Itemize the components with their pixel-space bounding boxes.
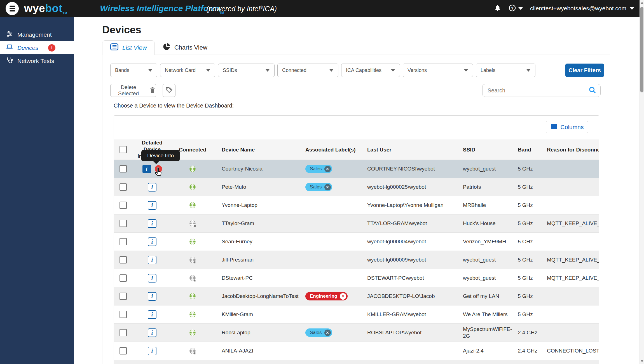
label-tag-button[interactable] (163, 84, 175, 97)
globe-connected-icon (189, 165, 196, 173)
row-checkbox[interactable] (120, 165, 127, 172)
tab-charts-view[interactable]: Charts View (155, 40, 215, 55)
label-pill[interactable]: Sales✕ (305, 183, 332, 191)
device-name[interactable]: Jill-Pressman (213, 257, 304, 263)
x-circle-icon[interactable]: ✕ (340, 293, 346, 300)
search-input[interactable] (488, 87, 588, 94)
device-name[interactable]: KMiller-Gram (213, 311, 304, 318)
sidebar-item-devices[interactable]: Devices 1 (0, 41, 74, 54)
device-info-button[interactable]: i (148, 256, 156, 264)
table-row[interactable]: iDStewart-PCDSTEWART-PC\wyebotwyebot_gue… (114, 269, 599, 287)
device-info-button[interactable]: i (148, 219, 156, 228)
table-row[interactable]: iJill-Pressmanwyebot-lg000009\wyebotwyeb… (114, 251, 599, 269)
device-name[interactable]: Courtney-Nicosia (213, 166, 304, 172)
filter-ssids[interactable]: SSIDs (218, 64, 275, 77)
scrollbar-thumb[interactable] (640, 7, 643, 92)
page-title: Devices (102, 24, 141, 36)
filter-network-card[interactable]: Network Card (160, 64, 215, 77)
label-pill[interactable]: Sales✕ (305, 165, 332, 173)
tab-label: Charts View (174, 44, 207, 51)
device-name[interactable]: JacobDesktop-LongNameToTest (213, 293, 304, 299)
table-row[interactable]: iANILA-AJAZIAjazi-2.42.4 GHzCONNECTION_L… (114, 342, 599, 360)
scroll-down-arrow[interactable] (641, 360, 643, 362)
select-all-checkbox[interactable] (120, 146, 127, 153)
bell-icon[interactable] (494, 4, 501, 13)
ssid: wyebot_guest (461, 256, 516, 263)
row-checkbox[interactable] (120, 238, 127, 245)
row-checkbox[interactable] (120, 329, 127, 336)
delete-selected-button[interactable]: Delete Selected (110, 84, 156, 97)
last-user: wyebot-lg000004\wyebot (366, 239, 461, 245)
column-header[interactable]: SSID (461, 147, 516, 153)
row-checkbox[interactable] (120, 347, 127, 354)
device-table-card: Columns Detailed Device InformationConne… (114, 115, 599, 364)
row-checkbox[interactable] (120, 293, 127, 300)
column-header[interactable]: Reason for Disconnect (546, 147, 599, 153)
trash-icon (149, 87, 156, 95)
table-row[interactable]: iSean-Furneywyebot-lg000004\wyebotVerizo… (114, 233, 599, 251)
row-checkbox[interactable] (120, 202, 127, 209)
device-name[interactable]: TTaylor-Gram (213, 220, 304, 227)
menu-icon[interactable] (6, 2, 19, 15)
table-row[interactable]: iSales✕ (114, 360, 599, 364)
table-row[interactable]: iPete-MutoSales✕wyebot-lg000025\wyebotPa… (114, 178, 599, 196)
device-name[interactable]: DStewart-PC (213, 275, 304, 281)
help-icon: ? (509, 4, 516, 13)
label-pill[interactable]: Engineering✕ (305, 292, 348, 300)
search-icon[interactable] (588, 86, 596, 95)
filter-connected[interactable]: Connected (277, 64, 338, 77)
vertical-scrollbar[interactable] (640, 0, 644, 364)
row-checkbox[interactable] (120, 274, 127, 282)
table-row[interactable]: iKMiller-GramKMILLER-GRAM\wyebotWe Are T… (114, 305, 599, 324)
user-account-menu[interactable]: clienttest+wyebotsales@wyebot.com (530, 5, 634, 12)
search-box (482, 84, 601, 97)
filter-labels[interactable]: Labels (476, 64, 535, 77)
table-row[interactable]: iJacobDesktop-LongNameToTestEngineering✕… (114, 287, 599, 305)
column-header[interactable]: Associated Label(s) (304, 147, 366, 153)
column-header[interactable]: Band (516, 147, 546, 153)
device-info-button[interactable]: i (148, 274, 156, 283)
device-name[interactable]: Sean-Furney (213, 239, 304, 245)
devices-count-badge: 1 (48, 44, 55, 52)
table-row[interactable]: iYvonne-LaptopYvonne-Laptop\Yvonne Mulli… (114, 196, 599, 214)
table-row[interactable]: i2Courtney-NicosiaSales✕COURTNEY-NICOSI\… (114, 160, 599, 178)
globe-connected-icon (189, 183, 196, 191)
filter-bands[interactable]: Bands (110, 64, 157, 77)
x-circle-icon[interactable]: ✕ (324, 330, 331, 336)
column-header[interactable]: Last User (366, 147, 461, 153)
filter-ica-capabilities[interactable]: ICA Capabilities (341, 64, 400, 77)
filter-versions[interactable]: Versions (403, 64, 473, 77)
device-info-button[interactable]: i (148, 310, 156, 319)
x-circle-icon[interactable]: ✕ (324, 166, 331, 172)
column-header[interactable]: Device Name (213, 147, 304, 153)
reason-for-disconnect: MQTT_KEEP_ALIVE_TIM (546, 275, 599, 281)
help-menu[interactable]: ? (509, 4, 523, 13)
tab-list-view[interactable]: List View (102, 40, 155, 55)
globe-disconnected-icon (189, 274, 196, 282)
device-name[interactable]: RobsLaptop (213, 330, 304, 336)
device-info-button[interactable]: i (148, 328, 156, 337)
row-checkbox[interactable] (120, 256, 127, 263)
sidebar-item-label: Devices (17, 45, 38, 51)
table-row[interactable]: iRobsLaptopSales✕ROBSLAPTOP\wyebotMySpec… (114, 324, 599, 342)
device-info-button[interactable]: i (148, 183, 156, 192)
label-pill[interactable]: Sales✕ (305, 328, 332, 337)
sidebar-item-network-tests[interactable]: Network Tests (0, 54, 74, 67)
device-name[interactable]: ANILA-AJAZI (213, 348, 304, 354)
table-row[interactable]: iTTaylor-GramTTAYLOR-GRAM\wyebotHuck's H… (114, 214, 599, 233)
scroll-up-arrow[interactable] (641, 2, 643, 4)
row-checkbox[interactable] (120, 220, 127, 227)
row-checkbox[interactable] (120, 183, 127, 191)
columns-button[interactable]: Columns (546, 121, 588, 133)
device-name[interactable]: Pete-Muto (213, 184, 304, 190)
device-name[interactable]: Yvonne-Laptop (213, 202, 304, 208)
clear-filters-button[interactable]: Clear Filters (565, 64, 604, 77)
sidebar-item-management[interactable]: Management (0, 28, 74, 41)
device-info-button[interactable]: i (148, 201, 156, 210)
x-circle-icon[interactable]: ✕ (324, 184, 331, 190)
device-info-button[interactable]: i (148, 292, 156, 301)
row-checkbox[interactable] (120, 311, 127, 318)
device-info-button[interactable]: i (148, 237, 156, 246)
device-info-button[interactable]: i (148, 347, 156, 355)
device-info-button[interactable]: i (142, 165, 151, 173)
